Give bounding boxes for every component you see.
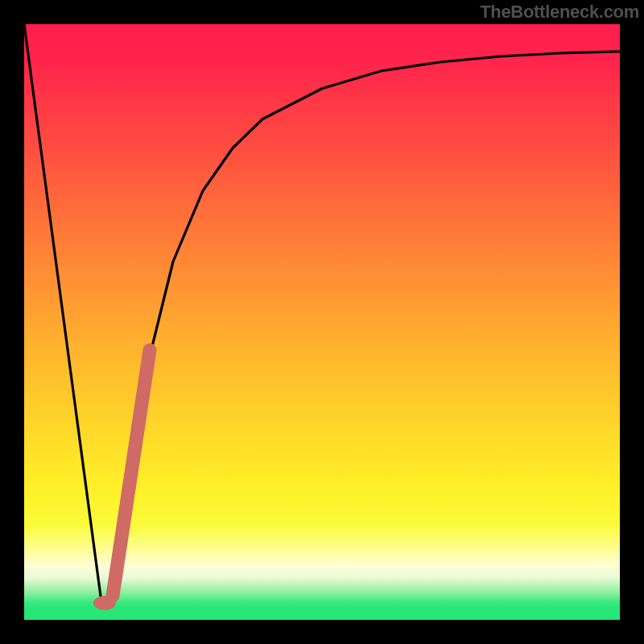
chart-svg bbox=[24, 24, 620, 620]
optimal-marker bbox=[93, 596, 116, 610]
chart-frame: TheBottleneck.com bbox=[0, 0, 644, 644]
plot-area bbox=[24, 24, 620, 620]
watermark-text: TheBottleneck.com bbox=[480, 2, 639, 23]
highlight-segment bbox=[113, 350, 150, 596]
bottleneck-curve bbox=[24, 24, 620, 602]
